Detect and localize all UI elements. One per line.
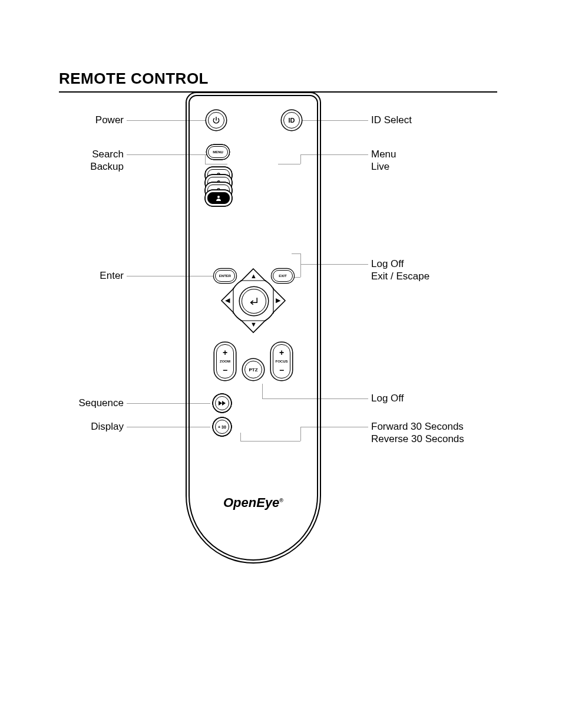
logoff-button[interactable] xyxy=(207,192,230,204)
label-logoff-1: Log Off xyxy=(371,258,501,270)
plus-icon: + xyxy=(279,348,284,357)
left-arrow-icon[interactable]: ◀ xyxy=(225,297,230,304)
page-title: REMOTE CONTROL xyxy=(59,70,497,93)
label-enter: Enter xyxy=(41,270,124,282)
brand-logo: OpenEye® xyxy=(186,495,321,510)
label-exit-escape: Exit / Escape xyxy=(371,271,501,282)
fast-forward-button[interactable] xyxy=(215,396,229,410)
right-arrow-icon[interactable]: ▶ xyxy=(276,297,280,304)
focus-button[interactable]: + FOCUS − xyxy=(273,344,290,378)
label-backup: Backup xyxy=(41,161,124,173)
label-live: Live xyxy=(371,161,501,173)
label-menu: Menu xyxy=(371,149,501,160)
plus-icon: + xyxy=(223,348,227,357)
minus-icon: − xyxy=(223,366,227,374)
power-icon xyxy=(212,116,220,124)
power-button[interactable] xyxy=(208,112,224,129)
label-sequence: Sequence xyxy=(41,397,124,409)
id-button[interactable]: ID xyxy=(283,112,300,129)
label-search: Search xyxy=(41,149,124,160)
up-arrow-icon[interactable]: ▲ xyxy=(250,272,257,279)
label-rev30: Reverse 30 Seconds xyxy=(371,433,501,445)
svg-point-0 xyxy=(217,196,220,198)
focus-label: FOCUS xyxy=(276,360,288,363)
ok-button[interactable] xyxy=(242,289,266,314)
ffwd-icon xyxy=(219,400,226,406)
down-arrow-icon[interactable]: ▼ xyxy=(250,321,257,328)
remote-body: ID SEARCH BACKUP LIVE MENU 1 2 3 4 5 6 xyxy=(186,92,321,564)
ptz-button[interactable]: PTZ xyxy=(244,361,262,378)
enter-arrow-icon xyxy=(249,296,259,307)
label-id-select: ID Select xyxy=(371,114,501,126)
label-display: Display xyxy=(41,421,124,433)
menu-button[interactable]: MENU xyxy=(208,146,228,158)
registered-icon: ® xyxy=(279,498,283,503)
person-lock-icon xyxy=(215,195,222,202)
dpad: ▲ ▼ ◀ ▶ xyxy=(216,263,291,338)
label-logoff-2: Log Off xyxy=(371,393,501,404)
page: REMOTE CONTROL Power Search Backup Enter… xyxy=(0,0,562,728)
number-pad: 1 2 3 4 5 6 7 8 9 10+ 0 xyxy=(207,169,299,200)
plus30-button[interactable]: + 30 xyxy=(215,420,229,434)
minus-icon: − xyxy=(279,366,284,374)
diagram: Power Search Backup Enter Sequence Displ… xyxy=(59,92,501,575)
label-fwd30: Forward 30 Seconds xyxy=(371,421,501,433)
zoom-label: ZOOM xyxy=(220,360,230,363)
label-power: Power xyxy=(41,114,124,126)
zoom-button[interactable]: + ZOOM − xyxy=(216,344,234,378)
